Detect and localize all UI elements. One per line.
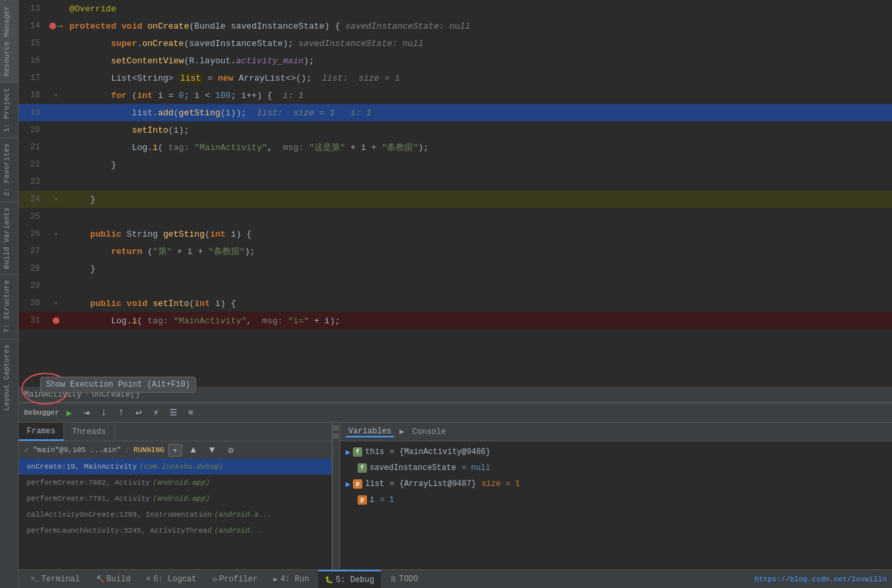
expand-list[interactable]: ▶ — [346, 479, 350, 489]
line-content-17[interactable]: List<String> list = new ArrayList<>(); l… — [67, 73, 892, 83]
gutter-31 — [45, 317, 67, 324]
step-into-button[interactable]: ↓ — [97, 405, 111, 420]
code-line-23: 23 — [19, 173, 892, 191]
fold-18[interactable]: ▾ — [54, 91, 58, 99]
sidebar-item-build-variants[interactable]: Build Variants — [0, 201, 18, 274]
line-content-22[interactable]: } — [67, 160, 892, 170]
tab-profiler[interactable]: ◷ Profiler — [205, 570, 264, 589]
frame-class-2: (android.app) — [153, 495, 210, 503]
line-content-30[interactable]: public void setInto(int i) { — [67, 299, 892, 309]
line-content-18[interactable]: for (int i = 0; i < 100; i++) { i: 1 — [67, 91, 892, 101]
frame-row-2[interactable]: performCreate:7791, Activity (android.ap… — [19, 491, 332, 507]
scroll-up-btn[interactable] — [334, 425, 339, 431]
tab-terminal[interactable]: >_ Terminal — [24, 570, 87, 589]
code-line-29: 29 — [19, 277, 892, 295]
tab-debug[interactable]: 🐛 5: Debug — [318, 570, 381, 589]
code-line-26: 26 ▾ public String getSting(int i) { — [19, 225, 892, 243]
frame-class-0: (com.lucashu.debug) — [139, 463, 223, 471]
line-content-13[interactable]: @Override — [67, 4, 892, 14]
sidebar-item-structure[interactable]: 7: Structure — [0, 274, 18, 338]
tab-console[interactable]: Console — [410, 427, 448, 437]
gutter-14: → — [45, 21, 67, 31]
breakpoint-31[interactable] — [53, 317, 59, 324]
thread-dropdown[interactable]: ▾ — [168, 444, 182, 457]
sidebar-item-favorites[interactable]: 2: Favorites — [0, 137, 18, 201]
line-num-25: 25 — [19, 212, 45, 221]
code-line-31: 31 Log.i( tag: "MainActivity", msg: "i="… — [19, 312, 892, 329]
tab-build[interactable]: 🔨 Build — [89, 570, 137, 589]
line-content-14[interactable]: protected void onCreate(Bundle savedInst… — [67, 21, 892, 31]
code-editor: 13 @Override 14 → protected void onCreat… — [19, 0, 892, 387]
line-content-19[interactable]: list.add(getSting(i)); list: size = 1 i:… — [67, 108, 892, 118]
var-name-list: list — [365, 479, 384, 489]
sidebar-item-project[interactable]: 1: Project — [0, 82, 18, 137]
frame-row-4[interactable]: performLaunchActivity:3245, ActivityThre… — [19, 523, 332, 539]
logcat-icon: ≡ — [147, 575, 151, 583]
frame-filter-button[interactable]: ⊘ — [224, 443, 238, 457]
line-content-28[interactable]: } — [67, 264, 892, 274]
line-content-21[interactable]: Log.i( tag: "MainActivity", msg: "这是第" +… — [67, 141, 892, 153]
line-num-26: 26 — [19, 229, 45, 239]
code-line-13: 13 @Override — [19, 0, 892, 17]
tab-frames[interactable]: Frames — [19, 423, 64, 441]
line-num-21: 21 — [19, 143, 45, 152]
frame-up-button[interactable]: ▲ — [186, 443, 201, 457]
tab-logcat[interactable]: ≡ 6: Logcat — [140, 570, 203, 589]
sidebar-item-resource-manager[interactable]: Resource Manager — [0, 0, 18, 82]
line-num-13: 13 — [19, 4, 45, 13]
frame-row-1[interactable]: performCreate:7802, Activity (android.ap… — [19, 475, 332, 491]
tab-todo[interactable]: ☰ TODO — [384, 570, 425, 589]
line-num-24: 24 — [19, 195, 45, 204]
line-content-24[interactable]: } — [67, 195, 892, 205]
line-num-18: 18 — [19, 91, 45, 100]
code-line-17: 17 List<String> list = new ArrayList<>()… — [19, 69, 892, 87]
frame-method-3: callActivityOnCreate:1299, Instrumentati… — [27, 511, 211, 519]
code-line-25: 25 — [19, 208, 892, 225]
sidebar-item-captures[interactable]: Layout Captures — [0, 339, 18, 416]
run-cursor-button[interactable]: ↩ — [131, 405, 146, 420]
var-row-savedinstancestate: f savedInstanceState = null — [340, 460, 892, 476]
fold-30[interactable]: ▾ — [54, 299, 58, 307]
line-content-15[interactable]: super.onCreate(savedInstanceState); save… — [67, 39, 892, 49]
fold-24[interactable]: ▾ — [54, 195, 58, 203]
debug-toolbar-container: Debugger ▶ ⇥ ↓ ↑ ↩ ⚡ ☰ ≡ — [19, 403, 892, 423]
logcat-label: 6: Logcat — [153, 575, 197, 584]
frame-row-0[interactable]: onCreate:19, MainActivity (com.lucashu.d… — [19, 459, 332, 475]
frames-view-button[interactable]: ☰ — [166, 405, 181, 420]
frame-down-button[interactable]: ▼ — [205, 443, 219, 457]
threads-view-button[interactable]: ≡ — [183, 405, 198, 420]
run-icon: ▶ — [274, 575, 278, 583]
line-content-27[interactable]: return ("第" + i + "条教据"); — [67, 245, 892, 257]
status-bar: >_ Terminal 🔨 Build ≡ 6: Logcat ◷ Profil… — [19, 569, 892, 588]
line-content-31[interactable]: Log.i( tag: "MainActivity", msg: "i=" + … — [67, 316, 892, 326]
tab-threads[interactable]: Threads — [64, 423, 114, 441]
code-line-20: 20 setInto(i); — [19, 121, 892, 139]
resume-button[interactable]: ▶ — [62, 405, 77, 420]
line-num-16: 16 — [19, 56, 45, 65]
panel-scroll-indicators — [332, 423, 340, 569]
frame-class-3: (android.a... — [214, 511, 272, 519]
tab-run[interactable]: ▶ 4: Run — [267, 570, 316, 589]
frame-method-0: onCreate:19, MainActivity — [27, 463, 137, 471]
line-num-27: 27 — [19, 247, 45, 256]
status-url[interactable]: https://blog.csdn.net/luvwilln — [755, 575, 887, 583]
scroll-down-btn[interactable] — [334, 433, 339, 439]
step-out-button[interactable]: ↑ — [114, 405, 129, 420]
tab-variables[interactable]: Variables — [346, 427, 394, 437]
line-content-16[interactable]: setContentView(R.layout.activity_main); — [67, 56, 892, 66]
var-val-i: = 1 — [380, 495, 394, 505]
line-content-20[interactable]: setInto(i); — [67, 125, 892, 135]
code-line-16: 16 setContentView(R.layout.activity_main… — [19, 52, 892, 69]
frame-row-3[interactable]: callActivityOnCreate:1299, Instrumentati… — [19, 507, 332, 523]
expand-this[interactable]: ▶ — [346, 447, 350, 457]
todo-icon: ☰ — [390, 575, 396, 583]
code-line-28: 28 } — [19, 260, 892, 277]
profiler-icon: ◷ — [212, 575, 216, 583]
code-line-14: 14 → protected void onCreate(Bundle save… — [19, 17, 892, 35]
line-content-26[interactable]: public String getSting(int i) { — [67, 229, 892, 239]
frame-class-4: (android. — [214, 527, 254, 535]
step-over-button[interactable]: ⇥ — [79, 405, 94, 420]
eval-button[interactable]: ⚡ — [149, 405, 163, 420]
breakpoint-14[interactable] — [49, 23, 56, 29]
fold-26[interactable]: ▾ — [54, 230, 58, 238]
